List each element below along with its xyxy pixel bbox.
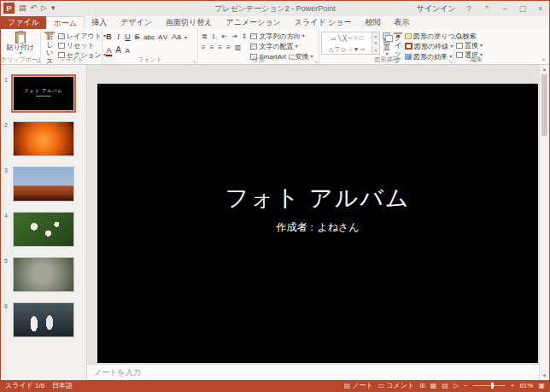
close-icon[interactable]: ×	[535, 4, 546, 13]
powerpoint-logo-icon: P	[3, 3, 15, 14]
shapes-scroll-down-icon[interactable]: ▾	[375, 40, 377, 45]
qat-customize-icon[interactable]: ▾	[51, 3, 56, 14]
paragraph-group: ≣ 1. ⇤ ⇥ ⇕ ≡ ≡ ≡ ≡ ▥ 文字列の方向 ▾	[198, 29, 319, 64]
decrease-indent-icon[interactable]: ⇤	[221, 32, 227, 40]
comments-toggle-label: コメント	[386, 381, 414, 390]
tab-design[interactable]: デザイン	[114, 16, 159, 29]
slideshow-view-icon[interactable]: ▷	[453, 382, 459, 389]
reading-view-icon[interactable]: ▤	[442, 382, 448, 389]
align-left-icon[interactable]: ≡	[202, 44, 206, 51]
shape-fill-icon	[405, 33, 412, 39]
save-icon[interactable]: ▤	[19, 3, 26, 14]
grow-font-button[interactable]: A	[115, 45, 121, 55]
reset-button[interactable]: リセット	[58, 41, 106, 50]
zoom-level[interactable]: 61%	[519, 382, 533, 389]
notes-toggle[interactable]: ▤ ノート	[344, 381, 373, 390]
quick-styles-button[interactable]: クイック スタイル ▾	[394, 31, 402, 56]
paragraph-dialog-launcher-icon[interactable]: ↘	[313, 58, 318, 64]
slide-thumbnail-1[interactable]: フォト アルバム	[13, 76, 74, 111]
comments-toggle[interactable]: ▭ コメント	[378, 381, 414, 390]
undo-icon[interactable]: ↶	[31, 3, 38, 14]
text-shadow-button[interactable]: abc	[143, 32, 155, 42]
text-direction-label: 文字列の方向	[259, 32, 300, 41]
zoom-slider-thumb[interactable]	[491, 383, 494, 389]
shapes-more-icon[interactable]: ▾	[375, 48, 377, 53]
help-icon[interactable]: ?	[464, 4, 474, 13]
drawing-dialog-launcher-icon[interactable]: ↘	[448, 58, 453, 64]
shrink-font-button[interactable]: A	[125, 46, 131, 56]
start-slideshow-icon[interactable]: ▷	[41, 3, 47, 14]
shapes-gallery-scroll: ▴ ▾ ▾	[372, 32, 380, 55]
tab-animations[interactable]: アニメーション	[219, 16, 288, 29]
bullets-icon[interactable]: ≣	[202, 32, 208, 40]
signin-link[interactable]: サインイン	[417, 3, 456, 15]
tab-file[interactable]: ファイル	[1, 16, 46, 29]
notes-icon: ▤	[344, 382, 351, 389]
bold-button[interactable]: B	[106, 32, 112, 42]
fit-to-window-icon[interactable]: ▣	[538, 382, 545, 389]
vertical-scrollbar[interactable]: ▲ ▼	[539, 65, 549, 380]
shapes-scroll-up-icon[interactable]: ▴	[375, 33, 377, 38]
collapse-ribbon-icon[interactable]: ^	[542, 57, 545, 63]
slides-small-buttons: レイアウト ▾ リセット セクション ▾	[58, 31, 106, 56]
arrange-button[interactable]: 配置 ▾	[383, 31, 391, 56]
zoom-in-icon[interactable]: +	[511, 382, 515, 389]
align-center-icon[interactable]: ≡	[210, 44, 214, 51]
slide-thumbnail-4[interactable]	[13, 212, 74, 247]
change-case-button[interactable]: Aa	[172, 32, 181, 42]
italic-button[interactable]: I	[115, 32, 121, 42]
tab-slideshow[interactable]: スライド ショー	[288, 16, 359, 29]
thumbnail-title-text: フォト アルバム	[14, 88, 73, 93]
scroll-down-icon[interactable]: ▼	[540, 372, 549, 380]
paste-button[interactable]: 貼り付け ▾	[3, 31, 38, 56]
slide-subtitle-placeholder[interactable]: 作成者：よねさん	[97, 220, 538, 235]
shapes-gallery-box[interactable]: ▭ ╲ ╳ ─ ○ □ △ ▽ ◇ ☆ ♥ ⇨	[321, 32, 372, 55]
slide-thumbnail-2[interactable]	[13, 121, 74, 156]
slide-title-placeholder[interactable]: フォト アルバム	[97, 183, 538, 214]
normal-view-icon[interactable]: ⊞	[419, 382, 425, 389]
new-slide-button[interactable]: 新しいスライド ▾	[43, 31, 56, 56]
tab-home[interactable]: ホーム	[46, 16, 85, 29]
justify-icon[interactable]: ≡	[226, 44, 231, 51]
align-text-button[interactable]: 文字の配置 ▾	[250, 42, 313, 50]
strikethrough-button[interactable]: S	[134, 32, 140, 42]
layout-button[interactable]: レイアウト ▾	[58, 32, 106, 40]
columns-icon[interactable]: ▥	[235, 44, 242, 51]
tab-review[interactable]: 校閲	[359, 16, 388, 29]
thumbnail-row-4: 4	[1, 212, 86, 250]
quick-access-toolbar: P ▤ ↶ ▷ ▾	[3, 3, 56, 14]
slide-canvas[interactable]: フォト アルバム 作成者：よねさん	[97, 84, 538, 363]
slide-number: 6	[4, 303, 8, 309]
ribbon-display-options-icon[interactable]: ^	[482, 4, 492, 13]
font-dialog-launcher-icon[interactable]: ↘	[192, 58, 196, 64]
zoom-slider[interactable]	[473, 385, 506, 386]
slide-thumbnail-6[interactable]	[13, 302, 74, 337]
line-spacing-icon[interactable]: ⇕	[242, 32, 248, 40]
numbering-icon[interactable]: 1.	[212, 32, 218, 40]
character-spacing-button[interactable]: AV	[158, 32, 168, 42]
minimize-icon[interactable]: –	[500, 4, 510, 13]
replace-button[interactable]: 置換 ▾	[456, 41, 497, 50]
scrollbar-thumb[interactable]	[541, 74, 547, 136]
zoom-out-icon[interactable]: −	[464, 382, 468, 389]
shape-outline-icon	[405, 43, 412, 50]
slide-number: 1	[4, 77, 8, 83]
replace-dropdown-icon: ▾	[480, 44, 483, 48]
tab-view[interactable]: 表示	[388, 16, 417, 29]
notes-pane[interactable]: ノートを入力	[87, 364, 539, 380]
find-button[interactable]: 検索	[456, 32, 497, 40]
increase-indent-icon[interactable]: ⇥	[231, 32, 237, 40]
text-direction-button[interactable]: 文字列の方向 ▾	[250, 32, 313, 40]
maximize-icon[interactable]: ▢	[518, 4, 528, 13]
clipboard-dialog-launcher-icon[interactable]: ↘	[35, 58, 39, 64]
slide-sorter-view-icon[interactable]: ▦	[430, 382, 437, 389]
underline-button[interactable]: U	[125, 32, 131, 42]
slide-thumbnail-3[interactable]	[13, 167, 74, 202]
tab-insert[interactable]: 挿入	[85, 16, 114, 29]
tab-transitions[interactable]: 画面切り替え	[159, 16, 219, 29]
layout-icon	[58, 33, 65, 39]
slide-thumbnail-5[interactable]	[13, 257, 74, 292]
scroll-up-icon[interactable]: ▲	[540, 65, 549, 73]
language-indicator[interactable]: 日本語	[52, 381, 73, 390]
align-right-icon[interactable]: ≡	[218, 44, 222, 51]
